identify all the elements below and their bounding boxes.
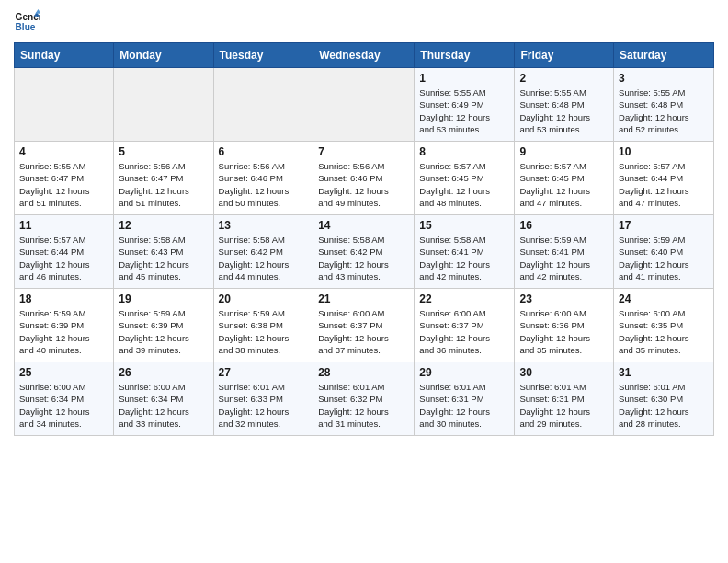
day-info: Sunrise: 6:00 AM Sunset: 6:37 PM Dayligh…: [419, 307, 509, 356]
calendar-cell: 22Sunrise: 6:00 AM Sunset: 6:37 PM Dayli…: [415, 289, 515, 362]
calendar-cell: 15Sunrise: 5:58 AM Sunset: 6:41 PM Dayli…: [415, 215, 515, 289]
calendar-cell: 7Sunrise: 5:56 AM Sunset: 6:46 PM Daylig…: [313, 142, 415, 215]
day-info: Sunrise: 5:57 AM Sunset: 6:44 PM Dayligh…: [19, 234, 108, 282]
day-number: 23: [519, 293, 609, 305]
day-number: 28: [318, 366, 409, 379]
weekday-header-monday: Monday: [114, 43, 213, 68]
week-row-3: 11Sunrise: 5:57 AM Sunset: 6:44 PM Dayli…: [15, 215, 714, 289]
day-info: Sunrise: 5:58 AM Sunset: 6:42 PM Dayligh…: [318, 234, 409, 282]
day-info: Sunrise: 5:57 AM Sunset: 6:45 PM Dayligh…: [419, 160, 509, 209]
day-number: 31: [619, 366, 709, 379]
calendar-cell: 23Sunrise: 6:00 AM Sunset: 6:36 PM Dayli…: [515, 289, 614, 362]
calendar-cell: 20Sunrise: 5:59 AM Sunset: 6:38 PM Dayli…: [213, 289, 313, 362]
calendar-cell: 12Sunrise: 5:58 AM Sunset: 6:43 PM Dayli…: [114, 215, 213, 289]
day-number: 24: [619, 293, 709, 305]
svg-marker-3: [35, 9, 40, 14]
calendar-cell: 6Sunrise: 5:56 AM Sunset: 6:46 PM Daylig…: [213, 142, 313, 215]
weekday-header-thursday: Thursday: [415, 43, 515, 68]
day-info: Sunrise: 5:55 AM Sunset: 6:47 PM Dayligh…: [19, 160, 108, 209]
day-info: Sunrise: 5:59 AM Sunset: 6:39 PM Dayligh…: [19, 307, 108, 356]
day-number: 4: [19, 145, 108, 158]
day-info: Sunrise: 6:00 AM Sunset: 6:34 PM Dayligh…: [119, 381, 208, 430]
day-number: 2: [519, 72, 609, 85]
day-number: 5: [119, 145, 208, 158]
day-number: 11: [19, 219, 108, 232]
day-info: Sunrise: 5:56 AM Sunset: 6:47 PM Dayligh…: [119, 160, 208, 209]
calendar-cell: 2Sunrise: 5:55 AM Sunset: 6:48 PM Daylig…: [515, 68, 614, 142]
day-number: 19: [119, 293, 208, 305]
day-number: 18: [19, 293, 108, 305]
calendar-cell: 5Sunrise: 5:56 AM Sunset: 6:47 PM Daylig…: [114, 142, 213, 215]
day-number: 29: [419, 366, 509, 379]
day-info: Sunrise: 5:57 AM Sunset: 6:44 PM Dayligh…: [619, 160, 709, 209]
week-row-4: 18Sunrise: 5:59 AM Sunset: 6:39 PM Dayli…: [15, 289, 714, 362]
day-info: Sunrise: 5:55 AM Sunset: 6:48 PM Dayligh…: [519, 86, 609, 135]
day-info: Sunrise: 6:00 AM Sunset: 6:34 PM Dayligh…: [19, 381, 108, 430]
calendar-cell: 26Sunrise: 6:00 AM Sunset: 6:34 PM Dayli…: [114, 362, 213, 436]
calendar-cell: 25Sunrise: 6:00 AM Sunset: 6:34 PM Dayli…: [15, 362, 114, 436]
day-number: 1: [419, 72, 509, 85]
calendar-cell: 29Sunrise: 6:01 AM Sunset: 6:31 PM Dayli…: [415, 362, 515, 436]
calendar-cell: 11Sunrise: 5:57 AM Sunset: 6:44 PM Dayli…: [15, 215, 114, 289]
week-row-2: 4Sunrise: 5:55 AM Sunset: 6:47 PM Daylig…: [15, 142, 714, 215]
day-info: Sunrise: 5:58 AM Sunset: 6:41 PM Dayligh…: [419, 234, 509, 282]
calendar-cell: 4Sunrise: 5:55 AM Sunset: 6:47 PM Daylig…: [15, 142, 114, 215]
day-number: 14: [318, 219, 409, 232]
day-info: Sunrise: 6:01 AM Sunset: 6:33 PM Dayligh…: [219, 381, 309, 430]
day-number: 8: [419, 145, 509, 158]
day-info: Sunrise: 5:59 AM Sunset: 6:39 PM Dayligh…: [119, 307, 208, 356]
calendar-cell: 9Sunrise: 5:57 AM Sunset: 6:45 PM Daylig…: [515, 142, 614, 215]
calendar-cell: 30Sunrise: 6:01 AM Sunset: 6:31 PM Dayli…: [515, 362, 614, 436]
day-number: 30: [519, 366, 609, 379]
day-info: Sunrise: 6:01 AM Sunset: 6:30 PM Dayligh…: [619, 381, 709, 430]
weekday-header-tuesday: Tuesday: [213, 43, 313, 68]
calendar-table: SundayMondayTuesdayWednesdayThursdayFrid…: [14, 42, 714, 436]
day-info: Sunrise: 5:59 AM Sunset: 6:40 PM Dayligh…: [619, 234, 709, 282]
day-number: 13: [219, 219, 309, 232]
calendar-cell: 16Sunrise: 5:59 AM Sunset: 6:41 PM Dayli…: [515, 215, 614, 289]
day-number: 26: [119, 366, 208, 379]
week-row-1: 1Sunrise: 5:55 AM Sunset: 6:49 PM Daylig…: [15, 68, 714, 142]
logo-icon: General Blue: [14, 9, 40, 35]
weekday-header-wednesday: Wednesday: [313, 43, 415, 68]
day-number: 25: [19, 366, 108, 379]
day-info: Sunrise: 5:57 AM Sunset: 6:45 PM Dayligh…: [519, 160, 609, 209]
day-info: Sunrise: 6:01 AM Sunset: 6:32 PM Dayligh…: [318, 381, 409, 430]
day-number: 22: [419, 293, 509, 305]
day-number: 7: [318, 145, 409, 158]
day-number: 17: [619, 219, 709, 232]
day-info: Sunrise: 5:58 AM Sunset: 6:42 PM Dayligh…: [219, 234, 309, 282]
day-number: 20: [219, 293, 309, 305]
calendar-cell: 8Sunrise: 5:57 AM Sunset: 6:45 PM Daylig…: [415, 142, 515, 215]
day-info: Sunrise: 5:59 AM Sunset: 6:38 PM Dayligh…: [219, 307, 309, 356]
day-info: Sunrise: 5:55 AM Sunset: 6:49 PM Dayligh…: [419, 86, 509, 135]
day-info: Sunrise: 6:00 AM Sunset: 6:36 PM Dayligh…: [519, 307, 609, 356]
day-number: 16: [519, 219, 609, 232]
day-number: 9: [519, 145, 609, 158]
calendar-cell: [313, 68, 415, 142]
calendar-cell: 31Sunrise: 6:01 AM Sunset: 6:30 PM Dayli…: [614, 362, 714, 436]
calendar-cell: 13Sunrise: 5:58 AM Sunset: 6:42 PM Dayli…: [213, 215, 313, 289]
weekday-header-saturday: Saturday: [614, 43, 714, 68]
calendar-cell: [15, 68, 114, 142]
calendar-page: General Blue SundayMondayTuesdayWednesda…: [0, 0, 728, 445]
calendar-cell: [213, 68, 313, 142]
day-info: Sunrise: 6:00 AM Sunset: 6:37 PM Dayligh…: [318, 307, 409, 356]
calendar-cell: 27Sunrise: 6:01 AM Sunset: 6:33 PM Dayli…: [213, 362, 313, 436]
calendar-cell: 28Sunrise: 6:01 AM Sunset: 6:32 PM Dayli…: [313, 362, 415, 436]
day-info: Sunrise: 5:56 AM Sunset: 6:46 PM Dayligh…: [318, 160, 409, 209]
day-info: Sunrise: 6:00 AM Sunset: 6:35 PM Dayligh…: [619, 307, 709, 356]
day-number: 21: [318, 293, 409, 305]
day-number: 12: [119, 219, 208, 232]
week-row-5: 25Sunrise: 6:00 AM Sunset: 6:34 PM Dayli…: [15, 362, 714, 436]
calendar-cell: 10Sunrise: 5:57 AM Sunset: 6:44 PM Dayli…: [614, 142, 714, 215]
calendar-cell: 24Sunrise: 6:00 AM Sunset: 6:35 PM Dayli…: [614, 289, 714, 362]
svg-text:Blue: Blue: [16, 22, 36, 32]
calendar-cell: 21Sunrise: 6:00 AM Sunset: 6:37 PM Dayli…: [313, 289, 415, 362]
day-number: 3: [619, 72, 709, 85]
calendar-cell: 1Sunrise: 5:55 AM Sunset: 6:49 PM Daylig…: [415, 68, 515, 142]
day-info: Sunrise: 5:59 AM Sunset: 6:41 PM Dayligh…: [519, 234, 609, 282]
weekday-header-row: SundayMondayTuesdayWednesdayThursdayFrid…: [15, 43, 714, 68]
day-info: Sunrise: 6:01 AM Sunset: 6:31 PM Dayligh…: [419, 381, 509, 430]
calendar-cell: 17Sunrise: 5:59 AM Sunset: 6:40 PM Dayli…: [614, 215, 714, 289]
